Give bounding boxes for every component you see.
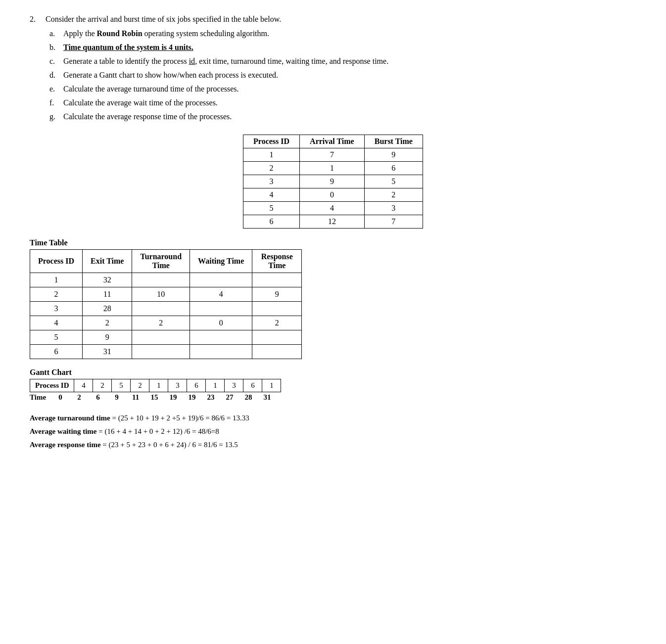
gantt-process-cell: 2 xyxy=(131,379,149,392)
sub-item-d: d. Generate a Gantt chart to show how/wh… xyxy=(49,69,636,81)
table-row: 631 xyxy=(30,345,302,359)
sub-label-c: c. xyxy=(49,55,59,67)
avg-turnaround-bold: Average turnaround time xyxy=(30,414,110,422)
col-burst-time: Burst Time xyxy=(364,135,423,148)
table-cell: 6 xyxy=(243,215,300,229)
sub-items-list: a. Apply the Round Robin operating syste… xyxy=(49,28,636,123)
sub-item-g: g. Calculate the average response time o… xyxy=(49,111,636,123)
gantt-process-cell: 6 xyxy=(243,379,262,392)
input-table-container: Process ID Arrival Time Burst Time 17921… xyxy=(30,135,636,229)
col-process-id: Process ID xyxy=(243,135,300,148)
avg-waiting-bold: Average waiting time xyxy=(30,427,97,435)
gantt-title: Gantt Chart xyxy=(30,368,636,377)
table-cell xyxy=(132,302,190,316)
sub-label-f: f. xyxy=(49,97,59,109)
table-cell xyxy=(190,273,252,287)
gantt-process-cell: 2 xyxy=(93,379,112,392)
table-cell: 1 xyxy=(243,148,300,162)
tt-col-exit-time: Exit Time xyxy=(83,250,132,273)
table-cell: 4 xyxy=(243,188,300,202)
table-row: 543 xyxy=(243,202,423,215)
gantt-process-label: Process ID xyxy=(30,379,74,392)
table-row: 328 xyxy=(30,302,302,316)
table-cell: 31 xyxy=(83,345,132,359)
question-number: 2. xyxy=(30,15,42,24)
table-row: 42202 xyxy=(30,316,302,330)
table-cell: 9 xyxy=(83,330,132,345)
table-cell xyxy=(190,345,252,359)
gantt-process-cell: 6 xyxy=(187,379,206,392)
input-table-header-row: Process ID Arrival Time Burst Time xyxy=(243,135,423,148)
gantt-time-cell: 0 xyxy=(51,392,70,403)
avg-response-bold: Average response time xyxy=(30,441,101,449)
table-cell: 6 xyxy=(364,162,423,175)
underline-id: id xyxy=(189,57,195,65)
sub-label-a: a. xyxy=(49,28,59,40)
table-row: 395 xyxy=(243,175,423,188)
table-cell: 5 xyxy=(243,202,300,215)
gantt-time-cell: 19 xyxy=(164,392,183,403)
table-cell xyxy=(190,302,252,316)
time-table-body: 13221110493284220259631 xyxy=(30,273,302,359)
avg-turnaround: Average turnaround time = (25 + 10 + 19 … xyxy=(30,412,636,425)
table-cell: 1 xyxy=(30,273,83,287)
table-cell: 10 xyxy=(132,287,190,302)
avg-response: Average response time = (23 + 5 + 23 + 0… xyxy=(30,438,636,452)
input-table: Process ID Arrival Time Burst Time 17921… xyxy=(243,135,423,229)
gantt-process-row: Process ID42521361361 xyxy=(30,379,281,392)
table-row: 2111049 xyxy=(30,287,302,302)
avg-waiting-value: = (16 + 4 + 14 + 0 + 2 + 12) /6 = 48/6=8 xyxy=(98,427,219,435)
gantt-time-cell: 9 xyxy=(107,392,126,403)
gantt-process-cell: 4 xyxy=(74,379,93,392)
table-cell: 2 xyxy=(243,162,300,175)
tt-col-turnaround: TurnaroundTime xyxy=(132,250,190,273)
table-cell xyxy=(190,330,252,345)
gantt-time-cell: 27 xyxy=(220,392,239,403)
table-cell xyxy=(132,345,190,359)
gantt-time-cell: 31 xyxy=(258,392,277,403)
sub-text-b: Time quantum of the system is 4 units. xyxy=(63,42,193,53)
table-cell: 2 xyxy=(83,316,132,330)
sub-text-d: Generate a Gantt chart to show how/when … xyxy=(63,69,278,81)
gantt-section: Gantt Chart Process ID42521361361 Time02… xyxy=(30,368,636,403)
time-table-title: Time Table xyxy=(30,238,636,247)
gantt-time-cell: 28 xyxy=(239,392,258,403)
gantt-time-label: Time xyxy=(30,392,51,403)
tt-col-process-id: Process ID xyxy=(30,250,83,273)
table-cell: 32 xyxy=(83,273,132,287)
table-cell xyxy=(252,273,302,287)
table-cell: 28 xyxy=(83,302,132,316)
sub-item-c: c. Generate a table to identify the proc… xyxy=(49,55,636,67)
table-cell: 7 xyxy=(300,148,365,162)
sub-label-b: b. xyxy=(49,42,59,53)
table-cell xyxy=(252,330,302,345)
table-cell: 11 xyxy=(83,287,132,302)
table-cell xyxy=(252,345,302,359)
question-header: 2. Consider the arrival and burst time o… xyxy=(30,15,636,24)
table-cell: 2 xyxy=(30,287,83,302)
table-cell xyxy=(132,330,190,345)
table-row: 59 xyxy=(30,330,302,345)
sub-text-a: Apply the Round Robin operating system s… xyxy=(63,28,269,40)
sub-item-f: f. Calculate the average wait time of th… xyxy=(49,97,636,109)
table-cell xyxy=(132,273,190,287)
table-cell: 5 xyxy=(364,175,423,188)
avg-turnaround-value: = (25 + 10 + 19 + 2 +5 + 19)/6 = 86/6 = … xyxy=(112,414,249,422)
table-cell: 9 xyxy=(252,287,302,302)
table-cell: 6 xyxy=(30,345,83,359)
table-row: 402 xyxy=(243,188,423,202)
sub-text-e: Calculate the average turnaround time of… xyxy=(63,83,239,95)
gantt-process-cell: 5 xyxy=(112,379,131,392)
input-table-body: 1792163954025436127 xyxy=(243,148,423,229)
table-cell: 4 xyxy=(190,287,252,302)
avg-response-value: = (23 + 5 + 23 + 0 + 6 + 24) / 6 = 81/6 … xyxy=(102,441,238,449)
table-cell xyxy=(252,302,302,316)
gantt-time-cell: 23 xyxy=(201,392,220,403)
table-cell: 0 xyxy=(190,316,252,330)
table-cell: 2 xyxy=(364,188,423,202)
time-table: Process ID Exit Time TurnaroundTime Wait… xyxy=(30,249,302,359)
sub-label-d: d. xyxy=(49,69,59,81)
table-cell: 4 xyxy=(300,202,365,215)
table-cell: 4 xyxy=(30,316,83,330)
table-cell: 5 xyxy=(30,330,83,345)
